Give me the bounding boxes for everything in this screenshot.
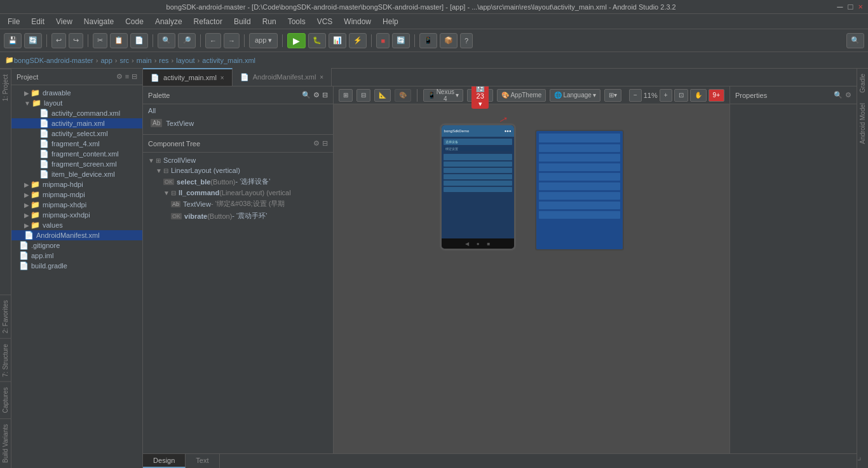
pan-btn[interactable]: ✋ — [690, 89, 707, 102]
zoom-in-btn[interactable]: + — [660, 89, 672, 102]
tree-fragment-content[interactable]: 📄 fragment_content.xml — [11, 149, 142, 159]
bc-app[interactable]: app — [100, 57, 112, 64]
forward-btn[interactable]: → — [224, 33, 240, 48]
tree-values[interactable]: ▶ 📁 values — [11, 220, 142, 230]
device-selector-btn[interactable]: 📱 Nexus 4 ▾ — [423, 89, 463, 102]
tree-android-manifest[interactable]: 📄 AndroidManifest.xml — [11, 230, 142, 240]
find-btn[interactable]: 🔍 — [158, 33, 175, 48]
vtab-structure[interactable]: 7: Structure — [0, 338, 11, 382]
menu-vcs[interactable]: VCS — [312, 16, 338, 27]
layout-options-btn[interactable]: ⊞▾ — [604, 89, 621, 102]
bc-src[interactable]: src — [119, 57, 129, 64]
menu-build[interactable]: Build — [229, 16, 256, 27]
tab-activity-main[interactable]: 📄 activity_main.xml × — [143, 68, 233, 86]
sync-btn[interactable]: 🔄 — [24, 33, 42, 48]
tree-item-ble[interactable]: 📄 item_ble_device.xml — [11, 169, 142, 179]
gradle-sync-btn[interactable]: 🔄 — [392, 33, 410, 48]
tree-activity-select[interactable]: 📄 activity_select.xml — [11, 128, 142, 139]
tree-layout[interactable]: ▼ 📁 layout — [11, 98, 142, 108]
sdk-btn[interactable]: 📦 — [440, 33, 458, 48]
bc-root[interactable]: bongSDK-android-master — [14, 57, 93, 64]
theme-selector-btn[interactable]: 🎨 AppTheme — [497, 89, 546, 102]
menu-refactor[interactable]: Refactor — [189, 16, 227, 27]
undo-btn[interactable]: ↩ — [51, 33, 66, 48]
tree-drawable[interactable]: ▶ 📁 drawable — [11, 88, 142, 98]
canvas-area[interactable]: → bongSdkDemo ●●● 选择设备 绑定设置 — [334, 104, 729, 453]
fit-btn[interactable]: ⊡ — [674, 89, 688, 102]
blueprint-btn[interactable]: 📐 — [374, 89, 391, 102]
comp-tree-gear-icon[interactable]: ⚙ — [313, 139, 320, 148]
menu-file[interactable]: File — [3, 16, 25, 27]
project-gear-icon[interactable]: ⊟ — [132, 72, 137, 81]
tree-mipmap-xxhdpi[interactable]: ▶ 📁 mipmap-xxhdpi — [11, 210, 142, 220]
menu-navigate[interactable]: Navigate — [79, 16, 119, 27]
comp-select-ble[interactable]: OK select_ble (Button) - '选择设备' — [143, 176, 333, 188]
menu-edit[interactable]: Edit — [26, 16, 50, 27]
menu-run[interactable]: Run — [257, 16, 281, 27]
props-search-icon[interactable]: 🔍 — [834, 91, 843, 99]
maximize-btn[interactable]: □ — [848, 2, 853, 11]
app-selector-btn[interactable]: app ▾ — [249, 33, 278, 48]
api-level-btn[interactable]: 🤖 23 ▾ — [467, 89, 493, 102]
tree-fragment-screen[interactable]: 📄 fragment_screen.xml — [11, 159, 142, 169]
menu-window[interactable]: Window — [339, 16, 376, 27]
language-selector-btn[interactable]: 🌐 Language ▾ — [550, 89, 600, 102]
bc-file[interactable]: activity_main.xml — [202, 57, 255, 64]
theme-btn[interactable]: 🎨 — [395, 89, 411, 102]
paste-btn[interactable]: 📄 — [130, 33, 148, 48]
coverage-btn[interactable]: 📊 — [329, 33, 346, 48]
comp-tree-collapse-icon[interactable]: ⊟ — [322, 139, 328, 148]
tab-manifest-close[interactable]: × — [320, 74, 323, 81]
vtab-captures[interactable]: Captures — [0, 382, 11, 418]
cut-btn[interactable]: ✂ — [93, 33, 107, 48]
tree-activity-command[interactable]: 📄 activity_command.xml — [11, 108, 142, 118]
save-all-btn[interactable]: 💾 — [4, 33, 22, 48]
tree-app-iml[interactable]: 📄 app.iml — [11, 251, 142, 261]
menu-analyze[interactable]: Analyze — [150, 16, 187, 27]
project-settings-icon[interactable]: ⚙ — [116, 72, 123, 81]
minimize-btn[interactable]: ─ — [837, 2, 843, 11]
palette-collapse-icon[interactable]: ⊟ — [322, 91, 328, 99]
tab-android-manifest[interactable]: 📄 AndroidManifest.xml × — [233, 68, 332, 86]
bc-res[interactable]: res — [159, 57, 168, 64]
search-everywhere-btn[interactable]: 🔍 — [846, 33, 864, 48]
comp-linearlayout[interactable]: ▼ ⊟ LinearLayout (vertical) — [143, 165, 333, 176]
profile-btn[interactable]: ⚡ — [349, 33, 367, 48]
menu-code[interactable]: Code — [120, 16, 149, 27]
bc-main[interactable]: main — [137, 57, 152, 64]
grid-btn[interactable]: ⊟ — [356, 89, 370, 102]
tree-mipmap-hdpi[interactable]: ▶ 📁 mipmap-hdpi — [11, 179, 142, 189]
tree-mipmap-mdpi[interactable]: ▶ 📁 mipmap-mdpi — [11, 189, 142, 200]
right-tab-gradle[interactable]: Gradle — [857, 69, 868, 98]
tree-gitignore[interactable]: 📄 .gitignore — [11, 240, 142, 251]
palette-textview[interactable]: Ab TextView — [143, 117, 333, 129]
tree-mipmap-xhdpi[interactable]: ▶ 📁 mipmap-xhdpi — [11, 200, 142, 210]
text-tab[interactable]: Text — [186, 454, 219, 468]
virtual-device-btn[interactable]: ⊞ — [339, 89, 353, 102]
comp-textview[interactable]: Ab TextView - '绑定&#038;设置 (早期 — [143, 198, 333, 210]
zoom-out-btn[interactable]: − — [629, 89, 642, 102]
palette-settings-icon[interactable]: ⚙ — [313, 91, 320, 99]
vtab-project[interactable]: 1: Project — [0, 69, 11, 106]
replace-btn[interactable]: 🔎 — [178, 33, 196, 48]
menu-tools[interactable]: Tools — [283, 16, 311, 27]
render-errors-btn[interactable]: 9+ — [709, 89, 724, 102]
palette-search-icon[interactable]: 🔍 — [302, 91, 311, 99]
stop-btn[interactable]: ■ — [376, 33, 390, 48]
debug-btn[interactable]: 🐛 — [308, 33, 326, 48]
tab-activity-main-close[interactable]: × — [220, 74, 224, 81]
tree-fragment-4[interactable]: 📄 fragment_4.xml — [11, 139, 142, 149]
project-collapse-icon[interactable]: ≡ — [125, 72, 129, 81]
help-btn[interactable]: ? — [460, 33, 473, 48]
comp-scrollview[interactable]: ▼ ⊞ ScrollView — [143, 155, 333, 165]
vtab-build-variants[interactable]: Build Variants — [0, 418, 11, 468]
bc-layout[interactable]: layout — [176, 57, 194, 64]
avd-btn[interactable]: 📱 — [419, 33, 437, 48]
close-btn[interactable]: × — [858, 2, 863, 11]
comp-ll-command[interactable]: ▼ ⊟ ll_command (LinearLayout) (vertical — [143, 188, 333, 198]
tree-activity-main[interactable]: 📄 activity_main.xml — [11, 118, 142, 128]
right-tab-android-model[interactable]: Android Model — [857, 98, 868, 149]
menu-view[interactable]: View — [51, 16, 78, 27]
run-btn[interactable]: ▶ — [287, 33, 306, 48]
vtab-favorites[interactable]: 2: Favorites — [0, 294, 11, 338]
